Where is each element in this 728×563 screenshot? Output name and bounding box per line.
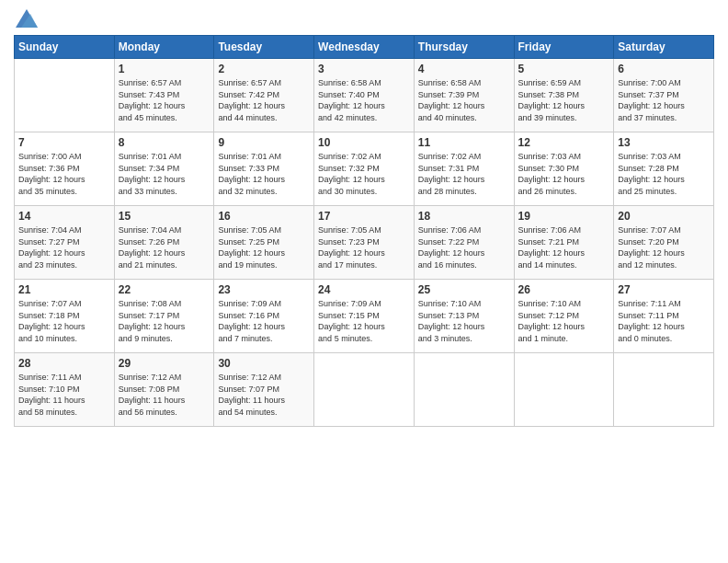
- day-number: 12: [518, 136, 610, 149]
- logo-icon: [16, 9, 38, 28]
- calendar-cell: [314, 353, 415, 427]
- calendar-cell: 19Sunrise: 7:06 AM Sunset: 7:21 PM Dayli…: [514, 206, 614, 280]
- day-number: 2: [218, 63, 310, 75]
- calendar-cell: 23Sunrise: 7:09 AM Sunset: 7:16 PM Dayli…: [214, 280, 314, 353]
- calendar-cell: [514, 353, 614, 427]
- day-number: 17: [318, 210, 410, 223]
- header-day-monday: Monday: [114, 36, 214, 59]
- day-info: Sunrise: 7:07 AM Sunset: 7:20 PM Dayligh…: [618, 224, 710, 270]
- day-number: 3: [318, 63, 410, 75]
- calendar-cell: 20Sunrise: 7:07 AM Sunset: 7:20 PM Dayli…: [614, 206, 714, 280]
- day-info: Sunrise: 7:03 AM Sunset: 7:28 PM Dayligh…: [618, 151, 710, 197]
- day-number: 9: [218, 136, 310, 149]
- calendar-body: 1Sunrise: 6:57 AM Sunset: 7:43 PM Daylig…: [15, 59, 714, 427]
- day-number: 18: [418, 210, 510, 223]
- calendar-cell: 22Sunrise: 7:08 AM Sunset: 7:17 PM Dayli…: [114, 280, 214, 353]
- day-number: 7: [18, 136, 110, 149]
- calendar-week-1: 1Sunrise: 6:57 AM Sunset: 7:43 PM Daylig…: [15, 59, 714, 132]
- day-info: Sunrise: 7:05 AM Sunset: 7:23 PM Dayligh…: [318, 224, 410, 270]
- day-info: Sunrise: 7:02 AM Sunset: 7:32 PM Dayligh…: [318, 151, 410, 197]
- calendar-cell: [15, 59, 115, 132]
- calendar-cell: 3Sunrise: 6:58 AM Sunset: 7:40 PM Daylig…: [314, 59, 415, 132]
- calendar-week-5: 28Sunrise: 7:11 AM Sunset: 7:10 PM Dayli…: [15, 353, 714, 427]
- day-info: Sunrise: 7:01 AM Sunset: 7:34 PM Dayligh…: [119, 151, 210, 197]
- calendar-cell: 25Sunrise: 7:10 AM Sunset: 7:13 PM Dayli…: [414, 280, 514, 353]
- header-day-thursday: Thursday: [414, 36, 514, 59]
- calendar-cell: 29Sunrise: 7:12 AM Sunset: 7:08 PM Dayli…: [114, 353, 214, 427]
- calendar-cell: 17Sunrise: 7:05 AM Sunset: 7:23 PM Dayli…: [314, 206, 415, 280]
- day-number: 11: [418, 136, 510, 149]
- day-number: 10: [318, 136, 410, 149]
- calendar-week-4: 21Sunrise: 7:07 AM Sunset: 7:18 PM Dayli…: [15, 280, 714, 353]
- day-info: Sunrise: 7:04 AM Sunset: 7:26 PM Dayligh…: [119, 224, 210, 270]
- header-day-saturday: Saturday: [614, 36, 714, 59]
- calendar-cell: [414, 353, 514, 427]
- calendar-cell: 10Sunrise: 7:02 AM Sunset: 7:32 PM Dayli…: [314, 132, 415, 206]
- calendar-cell: 5Sunrise: 6:59 AM Sunset: 7:38 PM Daylig…: [514, 59, 614, 132]
- header-day-tuesday: Tuesday: [214, 36, 314, 59]
- day-info: Sunrise: 7:08 AM Sunset: 7:17 PM Dayligh…: [119, 298, 210, 344]
- day-number: 5: [518, 63, 610, 75]
- day-info: Sunrise: 7:01 AM Sunset: 7:33 PM Dayligh…: [218, 151, 310, 197]
- day-number: 26: [518, 283, 610, 296]
- calendar-week-2: 7Sunrise: 7:00 AM Sunset: 7:36 PM Daylig…: [15, 132, 714, 206]
- day-number: 22: [119, 283, 210, 296]
- day-info: Sunrise: 7:02 AM Sunset: 7:31 PM Dayligh…: [418, 151, 510, 197]
- calendar-cell: 8Sunrise: 7:01 AM Sunset: 7:34 PM Daylig…: [114, 132, 214, 206]
- day-info: Sunrise: 7:06 AM Sunset: 7:22 PM Dayligh…: [418, 224, 510, 270]
- day-info: Sunrise: 7:12 AM Sunset: 7:07 PM Dayligh…: [218, 372, 310, 418]
- calendar-cell: 24Sunrise: 7:09 AM Sunset: 7:15 PM Dayli…: [314, 280, 415, 353]
- calendar-cell: [614, 353, 714, 427]
- header-day-wednesday: Wednesday: [314, 36, 415, 59]
- calendar-cell: 6Sunrise: 7:00 AM Sunset: 7:37 PM Daylig…: [614, 59, 714, 132]
- calendar-table: SundayMondayTuesdayWednesdayThursdayFrid…: [14, 35, 714, 427]
- day-number: 16: [218, 210, 310, 223]
- day-info: Sunrise: 7:05 AM Sunset: 7:25 PM Dayligh…: [218, 224, 310, 270]
- calendar-cell: 12Sunrise: 7:03 AM Sunset: 7:30 PM Dayli…: [514, 132, 614, 206]
- day-info: Sunrise: 7:00 AM Sunset: 7:36 PM Dayligh…: [18, 151, 110, 197]
- calendar-cell: 1Sunrise: 6:57 AM Sunset: 7:43 PM Daylig…: [114, 59, 214, 132]
- day-info: Sunrise: 7:06 AM Sunset: 7:21 PM Dayligh…: [518, 224, 610, 270]
- day-info: Sunrise: 7:10 AM Sunset: 7:13 PM Dayligh…: [418, 298, 510, 344]
- day-number: 19: [518, 210, 610, 223]
- calendar-cell: 26Sunrise: 7:10 AM Sunset: 7:12 PM Dayli…: [514, 280, 614, 353]
- day-info: Sunrise: 7:00 AM Sunset: 7:37 PM Dayligh…: [618, 77, 710, 123]
- day-number: 13: [618, 136, 710, 149]
- calendar-cell: 2Sunrise: 6:57 AM Sunset: 7:42 PM Daylig…: [214, 59, 314, 132]
- day-number: 25: [418, 283, 510, 296]
- day-info: Sunrise: 6:58 AM Sunset: 7:40 PM Dayligh…: [318, 77, 410, 123]
- day-info: Sunrise: 6:59 AM Sunset: 7:38 PM Dayligh…: [518, 77, 610, 123]
- calendar-header: SundayMondayTuesdayWednesdayThursdayFrid…: [15, 36, 714, 59]
- day-number: 27: [618, 283, 710, 296]
- calendar-cell: 7Sunrise: 7:00 AM Sunset: 7:36 PM Daylig…: [15, 132, 115, 206]
- calendar-cell: 30Sunrise: 7:12 AM Sunset: 7:07 PM Dayli…: [214, 353, 314, 427]
- day-number: 30: [218, 357, 310, 370]
- calendar-cell: 28Sunrise: 7:11 AM Sunset: 7:10 PM Dayli…: [15, 353, 115, 427]
- header-row: SundayMondayTuesdayWednesdayThursdayFrid…: [15, 36, 714, 59]
- calendar-cell: 9Sunrise: 7:01 AM Sunset: 7:33 PM Daylig…: [214, 132, 314, 206]
- day-number: 15: [119, 210, 210, 223]
- calendar-cell: 15Sunrise: 7:04 AM Sunset: 7:26 PM Dayli…: [114, 206, 214, 280]
- calendar-week-3: 14Sunrise: 7:04 AM Sunset: 7:27 PM Dayli…: [15, 206, 714, 280]
- day-number: 21: [18, 283, 110, 296]
- page-header: [14, 9, 714, 28]
- calendar-cell: 13Sunrise: 7:03 AM Sunset: 7:28 PM Dayli…: [614, 132, 714, 206]
- day-number: 8: [119, 136, 210, 149]
- day-number: 23: [218, 283, 310, 296]
- day-info: Sunrise: 7:07 AM Sunset: 7:18 PM Dayligh…: [18, 298, 110, 344]
- day-info: Sunrise: 6:58 AM Sunset: 7:39 PM Dayligh…: [418, 77, 510, 123]
- day-number: 6: [618, 63, 710, 75]
- day-number: 4: [418, 63, 510, 75]
- day-info: Sunrise: 7:11 AM Sunset: 7:11 PM Dayligh…: [618, 298, 710, 344]
- calendar-cell: 11Sunrise: 7:02 AM Sunset: 7:31 PM Dayli…: [414, 132, 514, 206]
- day-info: Sunrise: 7:09 AM Sunset: 7:16 PM Dayligh…: [218, 298, 310, 344]
- header-day-sunday: Sunday: [15, 36, 115, 59]
- day-info: Sunrise: 7:04 AM Sunset: 7:27 PM Dayligh…: [18, 224, 110, 270]
- day-number: 14: [18, 210, 110, 223]
- calendar-cell: 21Sunrise: 7:07 AM Sunset: 7:18 PM Dayli…: [15, 280, 115, 353]
- calendar-cell: 16Sunrise: 7:05 AM Sunset: 7:25 PM Dayli…: [214, 206, 314, 280]
- day-info: Sunrise: 7:12 AM Sunset: 7:08 PM Dayligh…: [119, 372, 210, 418]
- day-info: Sunrise: 6:57 AM Sunset: 7:43 PM Dayligh…: [119, 77, 210, 123]
- day-info: Sunrise: 6:57 AM Sunset: 7:42 PM Dayligh…: [218, 77, 310, 123]
- day-info: Sunrise: 7:09 AM Sunset: 7:15 PM Dayligh…: [318, 298, 410, 344]
